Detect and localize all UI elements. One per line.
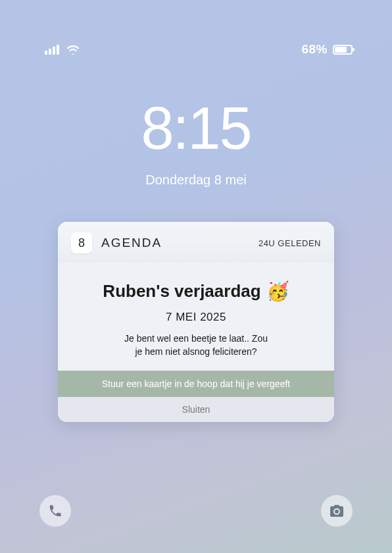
battery-icon xyxy=(333,45,353,55)
event-date: 7 MEI 2025 xyxy=(75,311,317,324)
time-ago-label: 24U GELEDEN xyxy=(258,238,321,248)
primary-action-button[interactable]: Stuur een kaartje in de hoop dat hij je … xyxy=(58,371,334,397)
status-left xyxy=(45,44,80,55)
battery-percent: 68% xyxy=(301,42,328,57)
event-message: Je bent wel een beetje te laat.. Zou je … xyxy=(75,332,317,359)
status-right: 68% xyxy=(301,42,353,57)
wifi-icon xyxy=(66,44,80,55)
clock-date: Donderdag 8 mei xyxy=(0,172,392,188)
camera-icon xyxy=(329,504,345,518)
camera-shortcut-button[interactable] xyxy=(321,495,353,527)
notification-card[interactable]: 8 AGENDA 24U GELEDEN Ruben's verjaardag … xyxy=(58,222,334,422)
event-title: Ruben's verjaardag xyxy=(103,281,260,302)
close-button[interactable]: Sluiten xyxy=(58,397,334,422)
phone-shortcut-button[interactable] xyxy=(39,495,71,527)
clock-area: 8:15 Donderdag 8 mei xyxy=(0,99,392,188)
event-title-row: Ruben's verjaardag 🥳 xyxy=(75,281,317,302)
badge-day-number: 8 xyxy=(78,236,85,250)
cellular-signal-icon xyxy=(45,45,59,55)
clock-time: 8:15 xyxy=(0,99,392,158)
calendar-app-badge: 8 xyxy=(71,232,92,253)
notification-body: Ruben's verjaardag 🥳 7 MEI 2025 Je bent … xyxy=(58,263,334,371)
party-face-icon: 🥳 xyxy=(266,282,289,301)
lock-screen: 68% 8:15 Donderdag 8 mei 8 AGENDA 24U GE… xyxy=(0,0,392,553)
notification-header: 8 AGENDA 24U GELEDEN xyxy=(58,222,334,263)
phone-icon xyxy=(48,504,62,518)
status-bar: 68% xyxy=(0,42,392,57)
app-name-label: AGENDA xyxy=(101,236,162,250)
